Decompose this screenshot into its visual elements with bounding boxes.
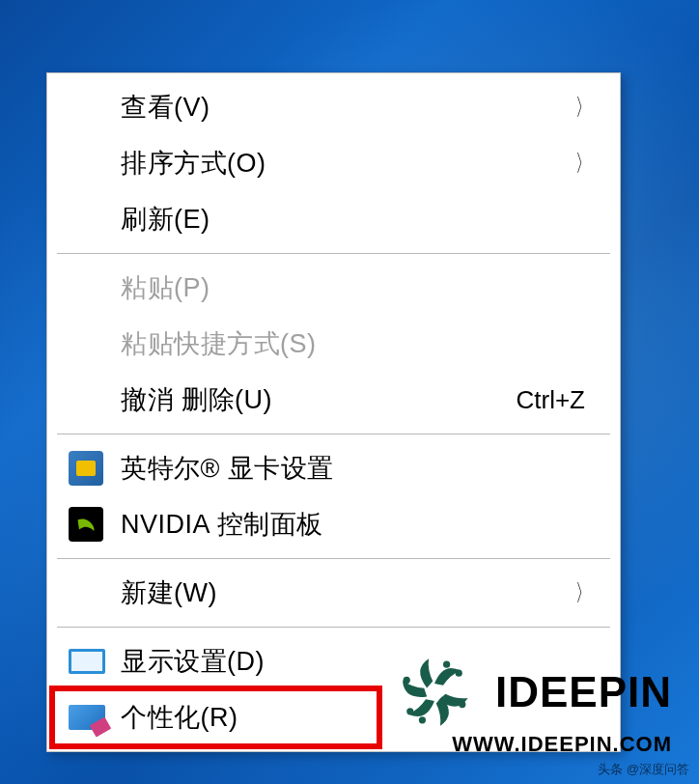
menu-item-view[interactable]: 查看(V) 〉 (49, 79, 618, 135)
menu-item-intel-graphics[interactable]: 英特尔® 显卡设置 (49, 440, 618, 496)
menu-item-paste-shortcut: 粘贴快捷方式(S) (49, 316, 618, 372)
brand-url: WWW.IDEEPIN.COM (452, 732, 672, 757)
menu-label: 刷新(E) (121, 202, 595, 237)
menu-item-refresh[interactable]: 刷新(E) (49, 191, 618, 247)
menu-separator (57, 558, 610, 559)
menu-label: 新建(W) (121, 575, 572, 610)
menu-separator (57, 434, 610, 434)
menu-separator (57, 627, 610, 628)
svg-point-3 (419, 716, 426, 723)
chevron-right-icon: 〉 (575, 577, 592, 608)
icon-slot (69, 649, 121, 674)
icon-slot (69, 451, 121, 486)
menu-label: 排序方式(O) (121, 146, 572, 181)
intel-icon (69, 451, 103, 486)
nvidia-icon (69, 507, 103, 542)
icon-slot (69, 705, 121, 730)
svg-point-5 (406, 708, 413, 714)
menu-shortcut: Ctrl+Z (517, 385, 586, 415)
menu-item-undo-delete[interactable]: 撤消 删除(U) Ctrl+Z (49, 372, 618, 428)
menu-label: 粘贴快捷方式(S) (121, 326, 595, 361)
menu-label: 撤消 删除(U) (121, 382, 517, 417)
menu-item-sort[interactable]: 排序方式(O) 〉 (49, 135, 618, 191)
menu-separator (57, 253, 610, 254)
svg-point-2 (443, 661, 450, 668)
desktop-background[interactable]: 查看(V) 〉 排序方式(O) 〉 刷新(E) 粘贴(P) 粘贴快捷方式(S) … (0, 0, 699, 784)
brand-name: IDEEPIN (495, 668, 672, 716)
chevron-right-icon: 〉 (575, 92, 592, 123)
attribution-text: 头条 @深度问答 (598, 761, 689, 778)
display-icon (69, 649, 105, 674)
menu-label: NVIDIA 控制面板 (121, 507, 595, 542)
menu-label: 英特尔® 显卡设置 (121, 451, 595, 486)
svg-point-4 (456, 670, 462, 677)
svg-point-1 (459, 701, 465, 708)
menu-label: 粘贴(P) (121, 270, 595, 305)
menu-item-nvidia-control-panel[interactable]: NVIDIA 控制面板 (49, 496, 618, 552)
personalize-icon (69, 705, 105, 730)
menu-item-new[interactable]: 新建(W) 〉 (49, 565, 618, 621)
swirl-logo-icon (391, 649, 478, 736)
chevron-right-icon: 〉 (575, 148, 592, 179)
watermark: IDEEPIN WWW.IDEEPIN.COM (391, 649, 672, 757)
icon-slot (69, 507, 121, 542)
menu-label: 查看(V) (121, 90, 572, 125)
menu-item-paste: 粘贴(P) (49, 260, 618, 316)
svg-point-0 (404, 677, 410, 684)
